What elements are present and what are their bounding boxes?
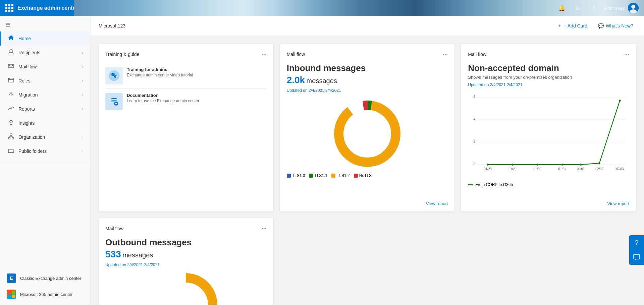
svg-point-53 bbox=[159, 278, 213, 305]
training-admins-text: Training for admins Exchange admin cente… bbox=[127, 67, 193, 77]
sidebar-item-organization[interactable]: Organization › bbox=[0, 130, 90, 144]
svg-rect-12 bbox=[12, 137, 14, 139]
svg-point-51 bbox=[598, 162, 600, 164]
settings-button[interactable]: ⚙ bbox=[573, 3, 583, 13]
svg-text:01/31: 01/31 bbox=[558, 167, 566, 171]
sidebar-item-insights[interactable]: Insights bbox=[0, 116, 90, 130]
sidebar-toggle[interactable]: ☰ bbox=[0, 19, 90, 32]
sidebar-item-label-migration: Migration bbox=[18, 92, 78, 98]
classic-eac-link[interactable]: E Classic Exchange admin center bbox=[0, 270, 90, 286]
outbound-metric-value: 533 bbox=[105, 249, 121, 259]
sidebar-item-recipients[interactable]: Recipients › bbox=[0, 46, 90, 60]
header-actions: ＋ + Add Card 💬 What's New? bbox=[554, 21, 636, 30]
sidebar-item-roles[interactable]: Roles › bbox=[0, 74, 90, 88]
sidebar: ☰ Home Recipients › bbox=[0, 16, 91, 305]
add-card-button[interactable]: ＋ + Add Card bbox=[554, 21, 590, 30]
legend-notls-dot bbox=[354, 174, 358, 178]
svg-text:01/29: 01/29 bbox=[509, 167, 517, 171]
outbound-card-menu[interactable]: ··· bbox=[262, 225, 267, 232]
publicfolders-icon bbox=[8, 147, 14, 155]
outbound-card-title: Mail flow bbox=[105, 226, 123, 231]
nav-left: Exchange admin center bbox=[5, 4, 78, 12]
sidebar-item-mailflow[interactable]: Mail flow › bbox=[0, 60, 90, 74]
nonaccepted-updated: Updated on 2/4/2021 2/4/2021 bbox=[468, 82, 629, 87]
outbound-updated: Updated on 2/4/2021 2/4/2021 bbox=[105, 262, 267, 267]
legend-tls11-dot bbox=[309, 174, 313, 178]
sidebar-item-home[interactable]: Home bbox=[0, 32, 90, 46]
svg-text:01/30: 01/30 bbox=[534, 167, 541, 171]
sidebar-item-label-organization: Organization bbox=[18, 134, 78, 140]
sidebar-item-reports[interactable]: Reports › bbox=[0, 102, 90, 116]
inbound-legend: TLS1.0 TLS1.1 TLS1.2 NoTLS bbox=[287, 173, 448, 178]
sidebar-item-label-insights: Insights bbox=[18, 120, 84, 126]
inbound-donut-chart bbox=[287, 97, 448, 171]
sidebar-item-migration[interactable]: Migration › bbox=[0, 88, 90, 102]
whats-new-button[interactable]: 💬 What's New? bbox=[595, 22, 636, 30]
outbound-card-header: Mail flow ··· bbox=[105, 225, 267, 232]
outbound-metric-row: 533 messages bbox=[105, 249, 267, 260]
svg-point-52 bbox=[619, 100, 621, 102]
nonaccepted-desc: Shows messages from your on-premises org… bbox=[468, 75, 629, 80]
svg-point-50 bbox=[580, 164, 582, 166]
sidebar-item-label-publicfolders: Public folders bbox=[18, 148, 78, 154]
legend-tls10-dot bbox=[287, 174, 291, 178]
notifications-button[interactable]: 🔔 bbox=[556, 3, 567, 13]
roles-icon bbox=[8, 77, 14, 84]
sidebar-item-label-reports: Reports bbox=[18, 106, 78, 112]
m365-admin-link[interactable]: Microsoft 365 admin center bbox=[0, 286, 90, 302]
training-card-header: Training & guide ··· bbox=[105, 51, 267, 58]
svg-text:02/02: 02/02 bbox=[596, 167, 603, 171]
help-button[interactable]: ? bbox=[589, 3, 599, 13]
legend-tls12-dot bbox=[331, 174, 335, 178]
svg-point-18 bbox=[111, 73, 115, 76]
nonaccepted-card-menu[interactable]: ··· bbox=[624, 51, 629, 58]
waffle-icon[interactable] bbox=[5, 4, 13, 12]
svg-point-28 bbox=[339, 105, 396, 162]
fab-help-button[interactable]: ? bbox=[629, 235, 644, 250]
svg-rect-10 bbox=[10, 134, 12, 135]
svg-text:4: 4 bbox=[474, 117, 476, 121]
migration-icon bbox=[8, 91, 14, 99]
svg-point-9 bbox=[10, 120, 12, 123]
svg-point-3 bbox=[10, 50, 12, 52]
training-item-1[interactable]: Training for admins Exchange admin cente… bbox=[105, 63, 267, 89]
svg-rect-5 bbox=[8, 78, 14, 82]
svg-rect-54 bbox=[634, 254, 640, 259]
fab-chat-button[interactable] bbox=[629, 250, 644, 265]
svg-rect-11 bbox=[8, 137, 10, 139]
sidebar-item-label-recipients: Recipients bbox=[18, 50, 78, 55]
inbound-view-report[interactable]: View report bbox=[426, 201, 448, 206]
nonaccepted-big-title: Non-accepted domain bbox=[468, 63, 629, 73]
inbound-card-menu[interactable]: ··· bbox=[443, 51, 448, 58]
outbound-big-title: Outbound messages bbox=[105, 237, 267, 248]
legend-tls11: TLS1.1 bbox=[309, 173, 327, 178]
svg-point-47 bbox=[512, 164, 514, 166]
outbound-metric-suffix: messages bbox=[122, 251, 153, 259]
documentation-text: Documentation Learn to use the Exchange … bbox=[127, 93, 199, 103]
user-menu[interactable]: Admin Acc bbox=[605, 3, 639, 13]
nonaccepted-view-report[interactable]: View report bbox=[607, 201, 629, 206]
training-card-menu[interactable]: ··· bbox=[262, 51, 267, 58]
inbound-metric-row: 2.0k messages bbox=[287, 75, 448, 85]
documentation-icon bbox=[105, 93, 123, 110]
nonaccepted-card-title: Mail flow bbox=[468, 52, 486, 57]
nonaccepted-card-header: Mail flow ··· bbox=[468, 51, 629, 58]
training-item-2[interactable]: Documentation Learn to use the Exchange … bbox=[105, 89, 267, 114]
user-name: Admin Acc bbox=[605, 6, 625, 11]
sidebar-item-publicfolders[interactable]: Public folders › bbox=[0, 144, 90, 158]
chevron-icon-organization: › bbox=[82, 135, 84, 139]
recipients-icon bbox=[8, 49, 14, 56]
fab-buttons: ? bbox=[629, 235, 644, 265]
chat-icon: 💬 bbox=[598, 23, 604, 28]
nonaccepted-legend: From CORP to O365 bbox=[468, 182, 629, 187]
corp-to-o365-legend-color bbox=[468, 184, 473, 185]
layout: ☰ Home Recipients › bbox=[0, 16, 644, 305]
svg-text:02/03: 02/03 bbox=[616, 167, 624, 171]
chevron-icon-reports: › bbox=[82, 107, 84, 111]
nav-right: 🔔 ⚙ ? Admin Acc bbox=[556, 0, 639, 16]
svg-text:0: 0 bbox=[474, 162, 476, 166]
org-name: Microsoft123 bbox=[99, 23, 125, 28]
mailflow-icon bbox=[8, 63, 14, 70]
inbound-updated: Updated on 2/4/2021 2/4/2021 bbox=[287, 88, 448, 93]
legend-tls10: TLS1.0 bbox=[287, 173, 305, 178]
